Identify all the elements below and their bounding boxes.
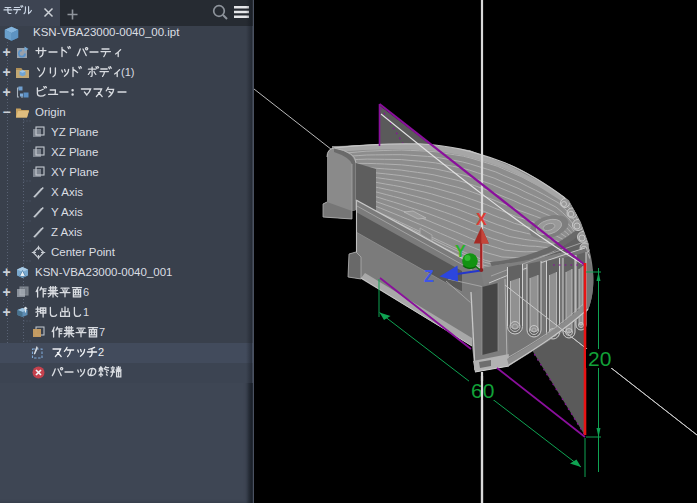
- svg-text:X: X: [476, 211, 487, 228]
- svg-text:(1): (1): [121, 66, 134, 78]
- svg-text:2: 2: [98, 346, 104, 358]
- svg-text:20: 20: [588, 347, 611, 370]
- svg-text:6: 6: [83, 286, 89, 298]
- svg-text:Z: Z: [424, 268, 434, 285]
- svg-text:7: 7: [99, 326, 105, 338]
- svg-text:Y: Y: [455, 243, 466, 260]
- svg-text:1: 1: [83, 306, 89, 318]
